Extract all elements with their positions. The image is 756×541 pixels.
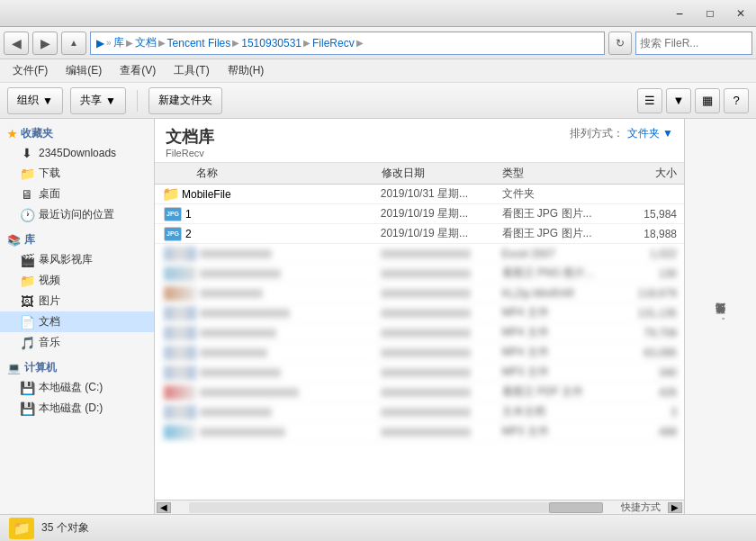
file-size: 18,988 (615, 228, 684, 240)
path-docs[interactable]: 文档 (135, 35, 157, 50)
table-row[interactable]: MP4 文件 131,135 (155, 303, 684, 323)
documents-icon: 📄 (20, 315, 34, 329)
blurred-icon (164, 247, 196, 261)
table-row[interactable]: 📁 MobileFile 2019/10/31 星期... 文件夹 (155, 185, 684, 204)
menu-file[interactable]: 文件(F) (5, 61, 55, 80)
drive-d-icon: 💾 (20, 401, 34, 416)
table-row[interactable]: MP3 文件 340 (155, 363, 684, 383)
table-row[interactable]: Excel 2007 1,022 (155, 244, 684, 264)
file-date (381, 249, 502, 258)
path-tencent[interactable]: Tencent Files (167, 37, 231, 50)
hscroll-thumb[interactable] (549, 502, 603, 513)
sidebar-item-drive-d[interactable]: 💾 本地磁盘 (D:) (0, 398, 154, 419)
col-header-name[interactable]: 名称 (155, 166, 382, 181)
baofeng-icon: 🎬 (20, 253, 34, 267)
refresh-button[interactable]: ↻ (608, 32, 632, 55)
organize-button[interactable]: 组织 ▼ (7, 87, 63, 114)
library-icon: 📚 (7, 234, 21, 247)
file-name-label: 2 (185, 228, 192, 240)
menu-tools[interactable]: 工具(T) (166, 61, 216, 80)
sidebar-item-recent[interactable]: 🕐 最近访问的位置 (0, 204, 154, 225)
close-button[interactable]: ✕ (725, 0, 756, 27)
menu-help[interactable]: 帮助(H) (220, 61, 272, 80)
maximize-button[interactable]: □ (695, 0, 725, 27)
file-type: 看图王 PNG 图片... (502, 266, 615, 281)
blurred-icon (164, 365, 196, 380)
table-row[interactable]: 文本文档 3 (155, 402, 684, 422)
file-size: 15,984 (615, 208, 684, 221)
file-name-blurred (155, 326, 381, 340)
blurred-name (200, 368, 281, 377)
sidebar-item-xiazai[interactable]: 📁 下载 (0, 163, 154, 184)
sidebar-item-downloads[interactable]: ⬇ 2345Downloads (0, 143, 154, 163)
share-button[interactable]: 共享 ▼ (70, 87, 126, 114)
search-input[interactable] (640, 37, 756, 50)
table-row[interactable]: 看图王 PNG 图片... 130 (155, 264, 684, 284)
view-down-arrow[interactable]: ▼ (666, 88, 691, 113)
sort-value[interactable]: 文件夹 ▼ (627, 126, 673, 141)
col-header-date[interactable]: 修改日期 (382, 166, 502, 181)
downloads-icon: ⬇ (20, 146, 34, 160)
file-type: MP3 文件 (502, 424, 615, 439)
sidebar-item-baofeng[interactable]: 🎬 暴风影视库 (0, 249, 154, 270)
right-panel: 选择要预览的文件。 (684, 119, 756, 514)
table-row[interactable]: KLZip.WinRAR 118,679 (155, 284, 684, 303)
file-name-blurred (155, 405, 381, 419)
file-type: 看图王 JPG 图片... (502, 206, 615, 221)
sidebar-item-video-label: 视频 (39, 273, 60, 288)
hscroll-right-arrow[interactable]: ▶ (668, 502, 682, 513)
sidebar-item-drive-c[interactable]: 💾 本地磁盘 (C:) (0, 377, 154, 398)
table-row[interactable]: JPG 2 2019/10/19 星期... 看图王 JPG 图片... 18,… (155, 224, 684, 244)
view-details-button[interactable]: ▦ (695, 88, 720, 113)
blurred-icon (164, 286, 196, 301)
path-library[interactable]: ▶ (96, 37, 104, 50)
col-header-type[interactable]: 类型 (502, 166, 615, 181)
toolbar-divider (137, 90, 138, 112)
address-path[interactable]: ▶ » 库 ▶ 文档 ▶ Tencent Files ▶ 1510930531 … (90, 32, 605, 55)
menu-edit[interactable]: 编辑(E) (58, 61, 109, 80)
back-button[interactable]: ◀ (4, 32, 29, 55)
minimize-button[interactable]: – (664, 0, 695, 27)
sidebar-item-music[interactable]: 🎵 音乐 (0, 332, 154, 353)
column-headers: 名称 修改日期 类型 大小 (155, 163, 684, 185)
hscroll-left-arrow[interactable]: ◀ (157, 502, 171, 513)
forward-button[interactable]: ▶ (32, 32, 58, 55)
sidebar-item-documents[interactable]: 📄 文档 (0, 311, 154, 332)
library-title-area: 文档库 FileRecv (166, 126, 214, 158)
favorites-label: 收藏夹 (21, 126, 53, 141)
sidebar-item-video[interactable]: 📁 视频 (0, 270, 154, 291)
col-header-size[interactable]: 大小 (615, 166, 684, 181)
jpg-icon: JPG (164, 227, 182, 241)
new-folder-button[interactable]: 新建文件夹 (148, 87, 222, 114)
blurred-name (200, 269, 281, 278)
file-date: 2019/10/19 星期... (381, 226, 502, 241)
file-date (381, 269, 502, 278)
table-row[interactable]: 看图王 PDF 文件 426 (155, 383, 684, 402)
file-type: 看图王 JPG 图片... (502, 226, 615, 241)
sidebar-item-pictures[interactable]: 🖼 图片 (0, 291, 154, 311)
blurred-icon (164, 346, 196, 360)
sidebar-item-desktop[interactable]: 🖥 桌面 (0, 184, 154, 204)
sidebar-item-drive-c-label: 本地磁盘 (C:) (39, 380, 103, 395)
path-filerecv[interactable]: FileRecv (312, 37, 355, 50)
table-row[interactable]: JPG 1 2019/10/19 星期... 看图王 JPG 图片... 15,… (155, 204, 684, 224)
menu-view[interactable]: 查看(V) (112, 61, 163, 80)
sidebar-item-baofeng-label: 暴风影视库 (39, 252, 93, 267)
file-date (381, 428, 502, 437)
table-row[interactable]: MP3 文件 499 (155, 422, 684, 442)
table-row[interactable]: MP4 文件 63,095 (155, 343, 684, 363)
sidebar-item-documents-label: 文档 (39, 314, 60, 329)
path-library-label[interactable]: 库 (113, 35, 124, 50)
sidebar-library-section: 📚 库 🎬 暴风影视库 📁 视频 🖼 图片 📄 文档 🎵 音乐 (0, 230, 154, 353)
sidebar-favorites-header: ★ 收藏夹 (0, 124, 154, 143)
up-button[interactable]: ▲ (61, 32, 86, 55)
help-button[interactable]: ? (724, 88, 749, 113)
file-date (381, 309, 502, 318)
file-size: 1,022 (615, 248, 684, 260)
hscroll-track (189, 502, 603, 513)
horizontal-scrollbar[interactable]: ◀ 快捷方式 ▶ (155, 500, 684, 514)
path-uid[interactable]: 1510930531 (241, 37, 302, 50)
view-toggle-button[interactable]: ☰ (637, 88, 662, 113)
music-icon: 🎵 (20, 336, 34, 350)
table-row[interactable]: MP4 文件 79,709 (155, 323, 684, 343)
